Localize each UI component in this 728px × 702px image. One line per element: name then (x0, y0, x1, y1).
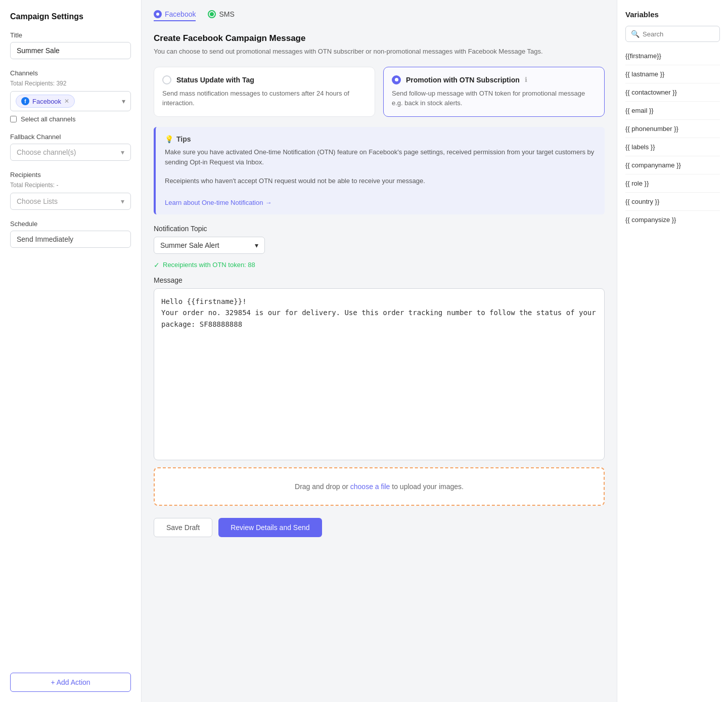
option-status-update-title: Status Update with Tag (176, 76, 254, 84)
facebook-icon: f (21, 97, 29, 105)
schedule-section: Schedule (10, 220, 131, 248)
variable-item[interactable]: {{firstname}} (625, 47, 720, 65)
otn-badge: ✓ Receipients with OTN token: 88 (154, 261, 605, 269)
content-footer: Save Draft Review Details and Send (154, 518, 605, 537)
variables-panel: Variables 🔍 {{firstname}} {{ lastname }}… (617, 0, 728, 702)
recipients-placeholder: Choose Lists (17, 197, 58, 205)
chevron-down-icon: ▾ (121, 197, 124, 205)
variable-item[interactable]: {{ email }} (625, 102, 720, 120)
lightbulb-icon: 💡 (165, 135, 173, 143)
tab-facebook-label: Facebook (165, 10, 196, 18)
option-status-update-desc: Send mass notification messages to custo… (162, 89, 367, 108)
page-heading: Create Facebook Campaign Message (154, 33, 605, 43)
select-all-checkbox[interactable] (10, 116, 17, 122)
channels-section: Channels Total Recipients: 392 f Faceboo… (10, 69, 131, 123)
dropzone-text: Drag and drop or (295, 482, 350, 491)
variable-item[interactable]: {{ country }} (625, 193, 720, 211)
variables-title: Variables (625, 10, 720, 19)
variable-item[interactable]: {{ role }} (625, 174, 720, 193)
choose-file-link[interactable]: choose a file (350, 482, 390, 491)
title-label: Title (10, 31, 131, 39)
radio-otn (392, 75, 401, 84)
channels-sub: Total Recipients: 392 (10, 80, 131, 87)
option-otn-title: Promotion with OTN Subscription (406, 76, 520, 84)
sidebar: Campaign Settings Title Channels Total R… (0, 0, 142, 702)
variable-item[interactable]: {{ labels }} (625, 138, 720, 156)
topic-value: Summer Sale Alert (160, 241, 219, 249)
notification-topic-section: Notification Topic Summer Sale Alert ▾ (154, 225, 605, 254)
save-draft-button[interactable]: Save Draft (154, 518, 212, 537)
add-action-label: + Add Action (51, 678, 90, 686)
chevron-down-icon: ▾ (122, 97, 125, 105)
tab-facebook[interactable]: Facebook (154, 10, 196, 21)
variables-list: {{firstname}} {{ lastname }} {{ contacto… (625, 47, 720, 229)
tips-link[interactable]: Learn about One-time Notification → (165, 199, 271, 206)
title-input[interactable] (10, 42, 131, 59)
tips-text2: Receipients who haven't accept OTN reque… (165, 176, 596, 187)
dropzone-suffix: to upload your images. (392, 482, 464, 491)
channels-select[interactable]: f Facebook ✕ ▾ (10, 91, 131, 111)
select-all-label: Select all channels (21, 115, 75, 123)
recipients-section: Recipients Total Recipients: - Choose Li… (10, 171, 131, 210)
tab-sms-label: SMS (219, 10, 234, 18)
variable-item[interactable]: {{ phonenumber }} (625, 120, 720, 138)
fallback-placeholder: Choose channel(s) (17, 148, 76, 156)
otn-badge-text: Receipients with OTN token: 88 (163, 261, 255, 269)
tips-box: 💡 Tips Make sure you have activated One-… (154, 127, 605, 214)
option-status-update[interactable]: Status Update with Tag Send mass notific… (154, 67, 375, 117)
message-type-options: Status Update with Tag Send mass notific… (154, 67, 605, 117)
add-action-button[interactable]: + Add Action (10, 673, 131, 692)
tips-text1: Make sure you have activated One-time No… (165, 147, 596, 168)
variables-search-box: 🔍 (625, 26, 720, 42)
option-otn-desc: Send follow-up message with OTN token fo… (392, 89, 596, 108)
main-content: Facebook SMS Create Facebook Campaign Me… (142, 0, 617, 702)
fallback-label: Fallback Channel (10, 133, 131, 141)
message-label: Message (154, 276, 605, 284)
option-otn-promo[interactable]: Promotion with OTN Subscription ℹ Send f… (383, 67, 605, 117)
radio-status-update (162, 75, 171, 84)
tab-sms[interactable]: SMS (208, 10, 234, 21)
recipients-label: Recipients (10, 171, 131, 179)
search-icon: 🔍 (631, 30, 640, 38)
sidebar-footer: + Add Action (10, 665, 131, 692)
topic-select[interactable]: Summer Sale Alert ▾ (154, 237, 265, 254)
check-icon: ✓ (154, 261, 160, 269)
message-textarea[interactable]: Hello {{firstname}}! Your order no. 3298… (154, 288, 605, 460)
chevron-down-icon: ▾ (121, 148, 124, 156)
tabs-row: Facebook SMS (154, 10, 605, 21)
page-description: You can choose to send out promotional m… (154, 47, 605, 57)
schedule-label: Schedule (10, 220, 131, 228)
tab-facebook-dot (154, 10, 162, 18)
recipients-sub: Total Recipients: - (10, 182, 131, 189)
tab-sms-dot (208, 10, 216, 18)
channel-tag-label: Facebook (32, 98, 61, 105)
drop-zone[interactable]: Drag and drop or choose a file to upload… (154, 467, 605, 506)
title-section: Title (10, 31, 131, 59)
variables-search-input[interactable] (643, 30, 727, 38)
recipients-dropdown[interactable]: Choose Lists ▾ (10, 193, 131, 210)
fallback-section: Fallback Channel Choose channel(s) ▾ (10, 133, 131, 161)
schedule-input[interactable] (10, 231, 131, 248)
variable-item[interactable]: {{ contactowner }} (625, 83, 720, 102)
remove-channel-icon[interactable]: ✕ (64, 98, 69, 105)
review-button[interactable]: Review Details and Send (218, 518, 322, 537)
select-all-row: Select all channels (10, 115, 131, 123)
option-header: Status Update with Tag (162, 75, 367, 84)
channels-label: Channels (10, 69, 131, 77)
topic-label: Notification Topic (154, 225, 605, 233)
option-header-otn: Promotion with OTN Subscription ℹ (392, 75, 596, 84)
info-icon: ℹ (525, 76, 527, 83)
variable-item[interactable]: {{ companysize }} (625, 211, 720, 229)
variable-item[interactable]: {{ lastname }} (625, 65, 720, 83)
fallback-dropdown[interactable]: Choose channel(s) ▾ (10, 144, 131, 161)
facebook-channel-tag: f Facebook ✕ (16, 95, 75, 108)
tips-header: 💡 Tips (165, 135, 596, 143)
chevron-down-icon: ▾ (255, 241, 258, 249)
sidebar-title: Campaign Settings (10, 12, 131, 21)
variable-item[interactable]: {{ companyname }} (625, 156, 720, 174)
